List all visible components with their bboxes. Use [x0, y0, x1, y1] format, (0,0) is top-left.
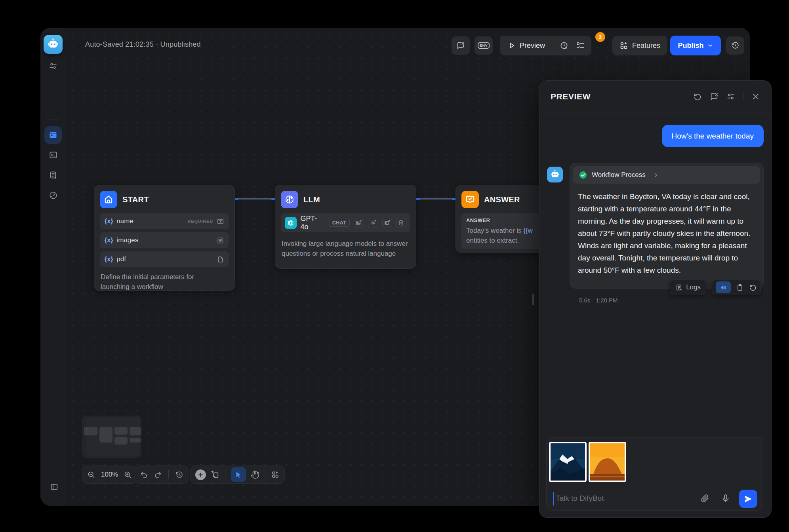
organize-icon — [271, 470, 280, 479]
variable-icon: {x} — [105, 256, 113, 263]
start-variable-pdf[interactable]: {x} pdf — [100, 251, 229, 267]
run-history-button[interactable] — [560, 41, 569, 50]
sidebar-item-logs[interactable] — [44, 166, 62, 184]
preview-panel-title: PREVIEW — [551, 92, 591, 101]
doc-icon — [396, 218, 406, 228]
answer-bubble-icon — [461, 191, 479, 208]
checklist-button[interactable] — [576, 41, 585, 50]
minimap-node — [99, 427, 112, 443]
conversation-settings-button[interactable] — [726, 92, 735, 101]
close-icon — [751, 92, 760, 101]
zoom-out-button[interactable] — [87, 471, 95, 479]
settings-icon — [726, 92, 735, 101]
edge-llm-answer — [416, 198, 455, 200]
run-history-icon — [560, 41, 569, 50]
minimap[interactable] — [82, 416, 141, 458]
regenerate-button[interactable] — [749, 283, 757, 291]
uploaded-image-thumbnail[interactable] — [589, 442, 626, 482]
app-avatar[interactable] — [44, 35, 63, 54]
node-description: Invoking large language models to answer… — [281, 237, 410, 258]
text-cursor — [553, 492, 554, 505]
sidebar-item-api[interactable] — [44, 146, 62, 163]
features-button[interactable]: Features — [612, 36, 667, 55]
zoom-level[interactable]: 100% — [101, 471, 118, 479]
zoom-in-button[interactable] — [124, 471, 132, 479]
node-title: START — [122, 195, 149, 204]
text-input-type-icon — [217, 218, 224, 225]
redo-button[interactable] — [154, 471, 162, 479]
uploaded-image-thumbnail[interactable] — [549, 442, 587, 482]
minimap-node — [130, 438, 141, 443]
start-variable-images[interactable]: {x} images — [100, 232, 229, 248]
chat-edit-icon — [456, 41, 465, 50]
sidebar-divider — [46, 120, 60, 120]
version-history-button[interactable] — [726, 36, 744, 55]
dify-workflow-app: { "app": { "status_text": "Auto-Saved 21… — [0, 0, 789, 532]
minimap-node — [84, 427, 97, 435]
preview-panel: PREVIEW — [539, 80, 772, 518]
pointer-mode-button[interactable] — [231, 467, 246, 482]
divider — [265, 470, 265, 479]
publish-button[interactable]: Publish — [670, 36, 721, 55]
orchestrate-icon — [48, 130, 58, 140]
model-mode-badge: CHAT — [329, 219, 350, 227]
variable-icon: {x} — [105, 237, 113, 244]
change-history-button[interactable] — [175, 471, 183, 479]
send-icon — [743, 494, 753, 504]
node-start[interactable]: START {x} name REQUIRED {x} images {x} p… — [94, 185, 235, 291]
copy-button[interactable] — [736, 283, 744, 291]
copy-icon — [736, 283, 744, 291]
required-tag: REQUIRED — [188, 219, 213, 224]
variable-name: name — [116, 217, 133, 225]
features-icon — [619, 41, 628, 50]
robot-avatar-icon — [46, 38, 60, 51]
divider — [225, 470, 225, 479]
hand-mode-button[interactable] — [251, 470, 259, 479]
environment-variables-button[interactable]: ENV — [475, 36, 493, 55]
canvas-scrollbar[interactable] — [532, 294, 534, 305]
node-llm[interactable]: LLM GPT-4o CHAT — [275, 185, 416, 269]
organize-blocks-button[interactable] — [271, 470, 280, 479]
logs-button[interactable]: Logs — [670, 279, 706, 295]
autosave-status: Auto-Saved 21:02:35 · Unpublished — [85, 40, 201, 49]
sidebar-item-orchestrate[interactable] — [44, 126, 62, 144]
collapse-sidebar-button[interactable] — [46, 478, 63, 496]
start-variable-name[interactable]: {x} name REQUIRED — [100, 213, 229, 229]
llm-model-selector[interactable]: GPT-4o CHAT — [281, 213, 410, 232]
divider — [743, 92, 743, 101]
conversation-edit-button[interactable] — [710, 92, 718, 101]
preview-run-button[interactable]: Preview — [500, 42, 548, 50]
workflow-process-toggle[interactable]: Workflow Process — [573, 166, 760, 184]
add-node-button[interactable] — [195, 469, 206, 480]
sidebar-item-settings[interactable] — [44, 57, 62, 75]
logs-icon — [675, 284, 683, 291]
bot-avatar — [547, 167, 563, 182]
close-preview-button[interactable] — [751, 92, 760, 101]
collapse-panel-icon — [50, 483, 59, 491]
monitor-gauge-icon — [49, 191, 58, 200]
message-meta: 5.6s · 1:20 PM — [579, 297, 618, 304]
add-note-button[interactable] — [211, 470, 219, 479]
edge-start-llm — [235, 198, 275, 200]
restart-conversation-button[interactable] — [693, 92, 702, 101]
minimap-node — [114, 427, 128, 435]
bot-message-text: The weather in Boydton, VA today is clea… — [578, 190, 757, 276]
undo-button[interactable] — [140, 471, 148, 479]
attach-file-button[interactable] — [700, 494, 710, 503]
composer-placeholder[interactable]: Talk to DifyBot — [556, 494, 604, 503]
left-sidebar — [40, 28, 66, 506]
add-comment-button[interactable] — [452, 36, 470, 55]
voice-input-button[interactable] — [721, 494, 730, 503]
mountain-sunset-image — [590, 443, 625, 481]
node-title: ANSWER — [484, 195, 520, 204]
preview-run-label: Preview — [520, 42, 545, 50]
divider — [554, 41, 554, 50]
workflow-process-label: Workflow Process — [592, 171, 646, 179]
play-icon — [508, 42, 516, 49]
file-type-icon — [217, 256, 224, 263]
sidebar-item-monitoring[interactable] — [44, 186, 62, 204]
read-aloud-button[interactable] — [716, 281, 731, 293]
send-button[interactable] — [739, 490, 757, 508]
chevron-right-icon — [652, 172, 659, 179]
paperclip-icon — [700, 494, 710, 503]
